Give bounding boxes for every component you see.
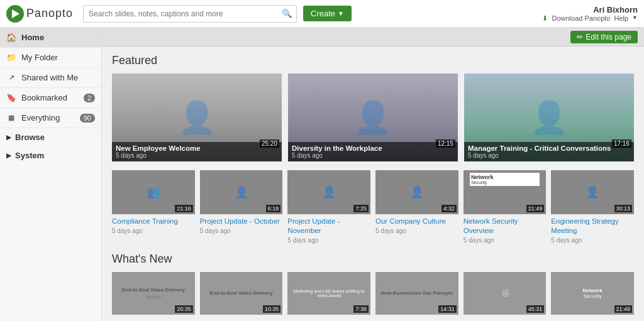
sidebar-item-home[interactable]: 🏠 Home (0, 28, 101, 48)
featured-duration-employee: 25:20 (260, 139, 279, 148)
new-card-3[interactable]: Marketing and L&D teams shifting to vide… (287, 272, 370, 315)
search-input[interactable] (84, 9, 278, 18)
new-thumb-6: Network Security 21:49 (551, 272, 634, 315)
new-thumb-3: Marketing and L&D teams shifting to vide… (287, 272, 370, 315)
grid-icon: ▦ (6, 114, 16, 122)
home-icon: 🏠 (6, 33, 16, 42)
edit-page-label: Edit this page (586, 33, 631, 41)
video-title-eng-strategy: Engineering Strategy Meeting (551, 217, 634, 236)
featured-overlay-manager: Manager Training - Critical Conversation… (464, 142, 634, 161)
new-card-6[interactable]: Network Security 21:49 (551, 272, 634, 315)
download-link[interactable]: Download Panopto (552, 14, 610, 23)
sidebar-label-everything: Everything (21, 113, 60, 122)
video-duration-proj-nov: 7:25 (353, 205, 369, 212)
sidebar-item-my-folder[interactable]: 📁 My Folder (0, 48, 101, 68)
sidebar-section-system-label: System (15, 151, 44, 160)
topbar-links: ⬇ Download Panopto Help ▼ (542, 14, 638, 23)
share-icon: ↗ (6, 73, 16, 82)
featured-card-employee[interactable]: 👤 New Employee Welcome 5 days ago 25:20 (112, 73, 282, 161)
sidebar-item-bookmarked[interactable]: 🔖 Bookmarked 2 (0, 88, 101, 108)
featured-duration-diversity: 12:15 (436, 139, 455, 148)
videos-row: 👥 21:16 Compliance Training 5 days ago 👤… (112, 170, 634, 244)
pencil-icon: ✏ (577, 33, 583, 41)
video-title-culture: Our Company Culture (375, 217, 458, 226)
video-card-netsec[interactable]: Network Security 21:49 Network Security … (464, 170, 547, 244)
sidebar-section-system[interactable]: ▶ System (0, 146, 101, 165)
user-area: Ari Bixhorn ⬇ Download Panopto Help ▼ (542, 5, 638, 23)
video-duration-culture: 4:32 (441, 205, 457, 212)
video-card-proj-nov[interactable]: 👤 7:25 Project Update - November 5 days … (287, 170, 370, 244)
content-inner: Featured 👤 New Employee Welcome 5 days a… (102, 46, 644, 321)
edit-page-button[interactable]: ✏ Edit this page (570, 31, 638, 43)
main-layout: 🏠 Home 📁 My Folder ↗ Shared with Me 🔖 Bo… (0, 28, 644, 321)
featured-title: Featured (112, 54, 634, 67)
video-duration-proj-oct: 6:18 (266, 205, 281, 212)
featured-duration-manager: 17:16 (612, 139, 631, 148)
video-title-proj-nov: Project Update - November (287, 217, 370, 236)
new-duration-2: 10:35 (263, 305, 281, 313)
featured-meta-manager: 5 days ago (468, 152, 630, 159)
new-card-2[interactable]: End-to-End Video Delivery 10:35 (200, 272, 283, 315)
new-duration-4: 14:31 (438, 305, 457, 313)
video-thumb-proj-nov: 👤 7:25 (287, 170, 370, 214)
new-duration-5: 45:31 (526, 305, 545, 313)
search-bar[interactable]: 🔍 (83, 5, 297, 23)
featured-card-manager[interactable]: 👤 Manager Training - Critical Conversati… (464, 73, 634, 161)
video-thumb-netsec: Network Security 21:49 (464, 170, 547, 214)
folder-icon: 📁 (6, 53, 16, 62)
sidebar: 🏠 Home 📁 My Folder ↗ Shared with Me 🔖 Bo… (0, 28, 102, 321)
video-meta-compliance: 5 days ago (112, 227, 195, 234)
video-card-eng-strategy[interactable]: 👤 30:13 Engineering Strategy Meeting 5 d… (551, 170, 634, 244)
sidebar-item-everything[interactable]: ▦ Everything 90 (0, 108, 101, 128)
new-card-4[interactable]: How Businesses Use Panopto 14:31 (375, 272, 458, 315)
sidebar-section-browse[interactable]: ▶ Browse (0, 128, 101, 146)
video-card-culture[interactable]: 👤 4:32 Our Company Culture 5 days ago (375, 170, 458, 244)
create-button[interactable]: Create ▼ (303, 6, 352, 21)
sidebar-label-my-folder: My Folder (21, 53, 58, 62)
whats-new-title: What's New (112, 253, 634, 266)
new-duration-1: 20:35 (175, 305, 193, 313)
everything-badge: 90 (80, 114, 95, 122)
whats-new-row: End-to-End Video Delivery diagram 20:35 … (112, 272, 634, 315)
sidebar-label-shared: Shared with Me (21, 73, 78, 82)
featured-title-employee: New Employee Welcome (116, 144, 278, 152)
create-label: Create (311, 9, 335, 18)
featured-title-manager: Manager Training - Critical Conversation… (468, 144, 630, 152)
video-title-compliance: Compliance Training (112, 217, 195, 226)
user-name: Ari Bixhorn (593, 5, 638, 14)
bookmark-icon: 🔖 (6, 93, 16, 102)
video-thumb-culture: 👤 4:32 (375, 170, 458, 214)
featured-title-diversity: Diversity in the Workplace (292, 144, 454, 152)
bookmarked-badge: 2 (84, 94, 95, 102)
topbar: Panopto 🔍 Create ▼ Ari Bixhorn ⬇ Downloa… (0, 0, 644, 28)
video-meta-eng-strategy: 5 days ago (551, 237, 634, 244)
new-card-1[interactable]: End-to-End Video Delivery diagram 20:35 (112, 272, 195, 315)
sidebar-label-bookmarked: Bookmarked (21, 93, 67, 102)
video-meta-netsec: 5 days ago (464, 237, 547, 244)
video-card-compliance[interactable]: 👥 21:16 Compliance Training 5 days ago (112, 170, 195, 244)
new-thumb-2: End-to-End Video Delivery 10:35 (200, 272, 283, 315)
video-meta-culture: 5 days ago (375, 227, 458, 234)
new-thumb-5: 🖥 45:31 (464, 272, 547, 315)
help-link[interactable]: Help (614, 14, 628, 23)
new-duration-3: 7:38 (353, 305, 369, 313)
system-arrow-icon: ▶ (6, 152, 11, 159)
video-thumb-eng-strategy: 👤 30:13 (551, 170, 634, 214)
content-area: ✏ Edit this page Featured 👤 New Employee… (102, 28, 644, 321)
featured-card-diversity[interactable]: 👤 Diversity in the Workplace 5 days ago … (288, 73, 458, 161)
logo-text: Panopto (26, 7, 73, 20)
video-card-proj-oct[interactable]: 👤 6:18 Project Update - October 5 days a… (200, 170, 283, 244)
video-thumb-compliance: 👥 21:16 (112, 170, 195, 214)
sidebar-item-shared[interactable]: ↗ Shared with Me (0, 68, 101, 88)
video-duration-netsec: 21:49 (526, 205, 545, 212)
chevron-down-icon: ▼ (338, 10, 344, 17)
featured-meta-diversity: 5 days ago (292, 152, 454, 159)
search-button[interactable]: 🔍 (278, 9, 296, 18)
sidebar-section-browse-label: Browse (15, 133, 45, 142)
video-meta-proj-oct: 5 days ago (200, 227, 283, 234)
featured-row: 👤 New Employee Welcome 5 days ago 25:20 … (112, 73, 634, 161)
new-card-5[interactable]: 🖥 45:31 (464, 272, 547, 315)
new-thumb-4: How Businesses Use Panopto 14:31 (375, 272, 458, 315)
sidebar-label-home: Home (21, 33, 44, 42)
video-title-proj-oct: Project Update - October (200, 217, 283, 226)
